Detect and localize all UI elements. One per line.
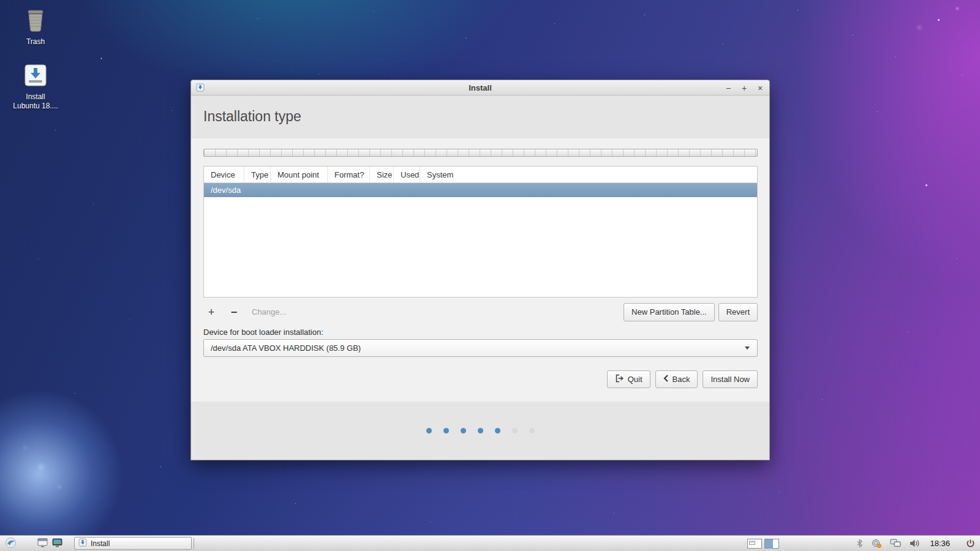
minimize-button[interactable]: −	[724, 82, 733, 94]
partition-size-bar	[203, 149, 758, 157]
back-label: Back	[673, 375, 690, 384]
maximize-button[interactable]: +	[740, 82, 748, 94]
volume-icon[interactable]	[910, 539, 920, 548]
chevron-left-icon	[663, 375, 669, 384]
progress-dot	[426, 428, 432, 433]
bootloader-label: Device for boot loader installation:	[203, 328, 758, 337]
taskbar-task-install[interactable]: Install	[74, 537, 192, 550]
close-button[interactable]: ×	[756, 82, 764, 94]
window-title: Install	[191, 83, 769, 92]
install-label: Install Lubuntu 18....	[13, 92, 58, 111]
partition-toolbar: + − Change... New Partition Table... Rev…	[203, 302, 758, 321]
installer-task-icon	[78, 538, 87, 549]
installer-cd-icon	[23, 64, 48, 91]
install-now-button[interactable]: Install Now	[703, 370, 758, 388]
installer-window: Install − + × Installation type Device T…	[190, 80, 770, 460]
column-system[interactable]: System	[420, 167, 757, 182]
quit-icon	[615, 374, 624, 384]
change-partition-button[interactable]: Change...	[252, 307, 286, 317]
bootloader-device-select[interactable]: /dev/sda ATA VBOX HARDDISK (85.9 GB)	[203, 339, 758, 357]
desktop-launcher[interactable]	[50, 536, 64, 551]
network-icon[interactable]	[890, 539, 901, 548]
clock[interactable]: 18:36	[930, 539, 950, 548]
column-used[interactable]: Used	[394, 167, 420, 182]
page-header: Installation type	[191, 96, 769, 138]
page-title: Installation type	[203, 108, 769, 125]
file-manager-icon	[37, 538, 48, 549]
desktop-pager	[747, 539, 779, 549]
column-mount-point[interactable]: Mount point	[271, 167, 328, 182]
pager-desktop-2[interactable]	[764, 539, 779, 549]
progress-dot	[443, 428, 449, 433]
progress-dot	[512, 428, 518, 433]
taskbar: Install	[0, 535, 980, 551]
bluetooth-icon[interactable]	[856, 539, 863, 548]
device-cell: /dev/sda	[211, 186, 241, 195]
lubuntu-logo-icon	[5, 537, 17, 550]
trash-label: Trash	[26, 37, 45, 47]
progress-dot	[478, 428, 483, 433]
desktop: Trash Install Lubuntu 18....	[0, 0, 980, 551]
bootloader-device-value: /dev/sda ATA VBOX HARDDISK (85.9 GB)	[211, 343, 361, 353]
column-size[interactable]: Size	[370, 167, 394, 182]
power-icon[interactable]	[966, 539, 975, 548]
progress-dots	[191, 402, 769, 433]
table-row-dev-sda[interactable]: /dev/sda	[204, 183, 757, 197]
trash-icon	[24, 7, 47, 36]
progress-dot	[461, 428, 466, 433]
task-label: Install	[91, 539, 110, 548]
remove-partition-button[interactable]: −	[226, 304, 242, 320]
titlebar[interactable]: Install − + ×	[191, 80, 769, 96]
update-notifier-icon[interactable]	[872, 539, 881, 548]
pager-window-icon	[749, 541, 755, 545]
file-manager-launcher[interactable]	[35, 536, 50, 551]
start-menu-button[interactable]	[1, 536, 20, 551]
new-partition-table-button[interactable]: New Partition Table...	[624, 303, 715, 321]
taskbar-separator	[194, 538, 194, 549]
quit-label: Quit	[628, 375, 643, 384]
column-device[interactable]: Device	[204, 167, 244, 182]
installer-content: Device Type Mount point Format? Size Use…	[191, 138, 769, 402]
taskbar-tray: 18:36	[747, 536, 980, 551]
revert-button[interactable]: Revert	[718, 303, 758, 321]
pager-desktop-1[interactable]	[747, 539, 762, 549]
desktop-icon-trash[interactable]: Trash	[6, 7, 65, 47]
window-disk-icon	[196, 83, 205, 94]
column-type[interactable]: Type	[244, 167, 271, 182]
quit-button[interactable]: Quit	[607, 370, 650, 388]
monitor-icon	[52, 538, 62, 549]
desktop-icon-install[interactable]: Install Lubuntu 18....	[6, 64, 65, 111]
partition-table-header: Device Type Mount point Format? Size Use…	[204, 167, 757, 183]
progress-dot	[495, 428, 500, 433]
nav-buttons: Quit Back Install Now	[203, 370, 758, 388]
add-partition-button[interactable]: +	[203, 304, 219, 320]
chevron-down-icon	[745, 347, 750, 350]
installer-footer	[191, 402, 769, 460]
column-format[interactable]: Format?	[328, 167, 370, 182]
starfield-bright	[0, 0, 1, 1]
back-button[interactable]: Back	[655, 370, 698, 388]
progress-dot	[529, 428, 535, 433]
partition-table: Device Type Mount point Format? Size Use…	[203, 166, 758, 298]
